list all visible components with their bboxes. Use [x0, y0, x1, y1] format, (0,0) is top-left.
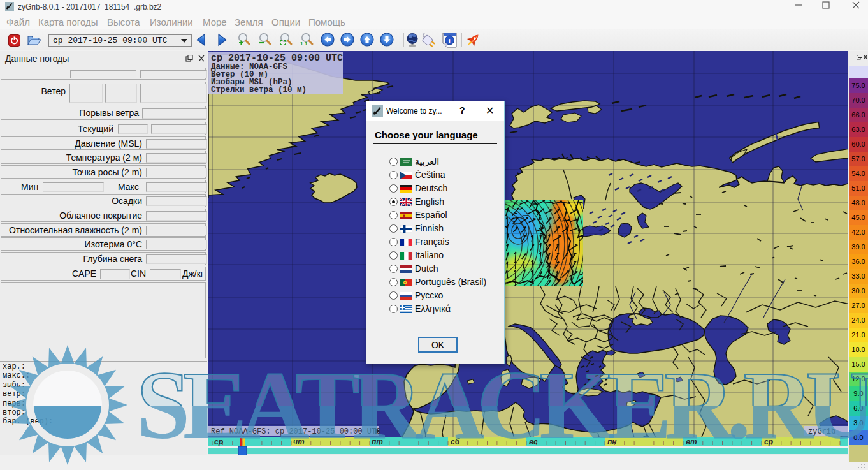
svg-text:пт: пт — [372, 437, 383, 446]
svg-text:ср: ср — [764, 437, 773, 446]
svg-text:i: i — [449, 37, 451, 45]
svg-text:вт: вт — [686, 437, 697, 446]
svg-text:ср: ср — [214, 437, 223, 446]
svg-text:1:1: 1:1 — [300, 41, 308, 47]
svg-text:чт: чт — [293, 437, 305, 446]
svg-text:сб: сб — [451, 437, 460, 446]
svg-text:zyGrib: zyGrib — [808, 427, 835, 436]
svg-text:Ref NOAA-GFS: ср 2017-10-25 00: Ref NOAA-GFS: ср 2017-10-25 00:00 UTC — [211, 427, 380, 436]
svg-text:пн: пн — [607, 437, 617, 446]
svg-text:вс: вс — [529, 437, 538, 446]
svg-text:Стрелки ветра (10 м): Стрелки ветра (10 м) — [211, 85, 307, 94]
